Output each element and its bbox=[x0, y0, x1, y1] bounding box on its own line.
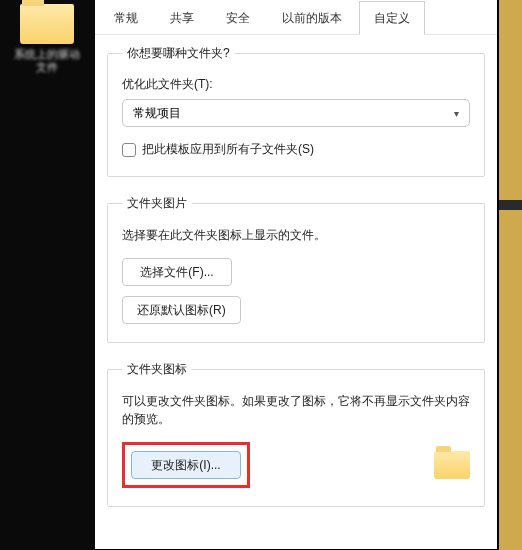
desktop-background: 系统上的驱动 文件 bbox=[0, 0, 95, 550]
apply-subfolders-label: 把此模板应用到所有子文件夹(S) bbox=[142, 141, 314, 158]
group-folder-icon-legend: 文件夹图标 bbox=[122, 361, 192, 378]
desktop-folder-label: 系统上的驱动 文件 bbox=[8, 48, 86, 74]
tab-security[interactable]: 安全 bbox=[211, 1, 265, 35]
tab-general[interactable]: 常规 bbox=[99, 1, 153, 35]
chevron-down-icon: ▾ bbox=[454, 108, 459, 119]
tab-previous-versions[interactable]: 以前的版本 bbox=[267, 1, 357, 35]
folder-icon bbox=[20, 4, 74, 44]
optimize-label: 优化此文件夹(T): bbox=[122, 76, 470, 93]
group-folder-icon: 文件夹图标 可以更改文件夹图标。如果更改了图标，它将不再显示文件夹内容的预览。 … bbox=[107, 361, 485, 507]
properties-dialog: 常规 共享 安全 以前的版本 自定义 你想要哪种文件夹? 优化此文件夹(T): … bbox=[95, 0, 498, 549]
checkbox-icon bbox=[122, 143, 136, 157]
group-folder-type-legend: 你想要哪种文件夹? bbox=[122, 45, 235, 62]
tab-panel-custom: 你想要哪种文件夹? 优化此文件夹(T): 常规项目 ▾ 把此模板应用到所有子文件… bbox=[95, 35, 497, 535]
tab-custom[interactable]: 自定义 bbox=[359, 1, 425, 35]
tab-share[interactable]: 共享 bbox=[155, 1, 209, 35]
apply-subfolders-checkbox[interactable]: 把此模板应用到所有子文件夹(S) bbox=[122, 141, 470, 158]
group-folder-picture-legend: 文件夹图片 bbox=[122, 195, 192, 212]
restore-default-button[interactable]: 还原默认图标(R) bbox=[122, 296, 241, 324]
highlight-annotation: 更改图标(I)... bbox=[122, 442, 250, 488]
folder-icon-desc: 可以更改文件夹图标。如果更改了图标，它将不再显示文件夹内容的预览。 bbox=[122, 392, 470, 428]
folder-picture-desc: 选择要在此文件夹图标上显示的文件。 bbox=[122, 226, 470, 244]
group-folder-picture: 文件夹图片 选择要在此文件夹图标上显示的文件。 选择文件(F)... 还原默认图… bbox=[107, 195, 485, 343]
tab-bar: 常规 共享 安全 以前的版本 自定义 bbox=[95, 0, 497, 35]
folder-icon-preview bbox=[434, 451, 470, 479]
group-folder-type: 你想要哪种文件夹? 优化此文件夹(T): 常规项目 ▾ 把此模板应用到所有子文件… bbox=[107, 45, 485, 177]
optimize-combo-value: 常规项目 bbox=[133, 105, 181, 122]
choose-file-button[interactable]: 选择文件(F)... bbox=[122, 258, 232, 286]
desktop-folder[interactable]: 系统上的驱动 文件 bbox=[8, 4, 86, 74]
change-icon-button[interactable]: 更改图标(I)... bbox=[131, 451, 241, 479]
optimize-combo[interactable]: 常规项目 ▾ bbox=[122, 99, 470, 127]
background-window-edge bbox=[499, 0, 522, 550]
